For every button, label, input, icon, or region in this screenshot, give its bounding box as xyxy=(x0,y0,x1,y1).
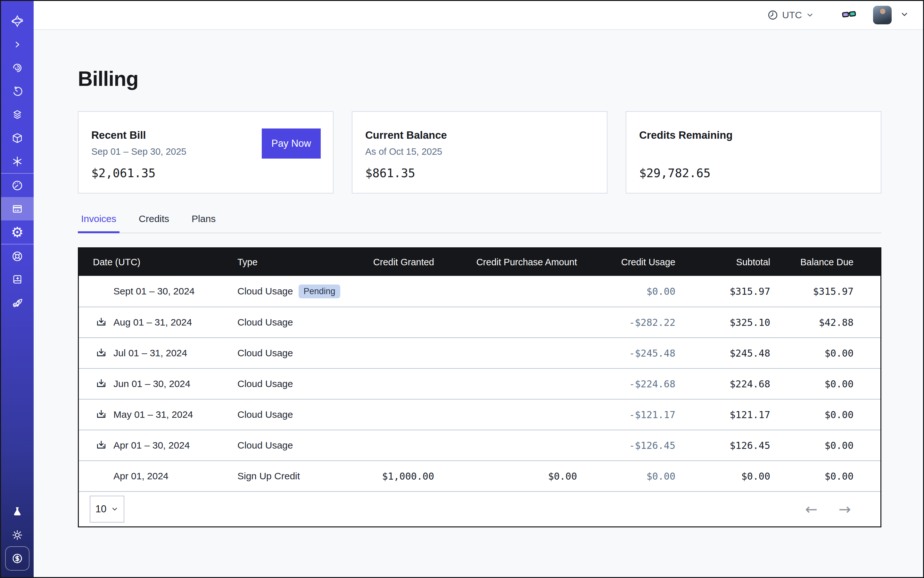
download-invoice-button[interactable] xyxy=(96,317,107,328)
timezone-selector[interactable]: UTC xyxy=(767,10,814,21)
sidebar-item-theme[interactable] xyxy=(1,523,34,547)
invoice-date: Jul 01 – 31, 2024 xyxy=(114,347,187,359)
credit-usage-value: -$245.48 xyxy=(577,347,676,359)
chevron-down-icon xyxy=(900,10,909,19)
sidebar-item-support[interactable] xyxy=(1,244,34,268)
app-logo xyxy=(1,9,34,32)
download-icon xyxy=(96,409,107,420)
balance-due-value: $0.00 xyxy=(770,378,854,390)
table-footer: 10 ← → xyxy=(79,491,880,526)
subtotal-value: $224.68 xyxy=(676,378,770,390)
subtotal-value: $126.45 xyxy=(676,440,770,451)
timezone-label: UTC xyxy=(782,10,802,21)
rocket-icon xyxy=(11,297,23,309)
invoice-type: Cloud Usage xyxy=(237,317,293,328)
invoice-type: Cloud Usage xyxy=(237,286,293,297)
glasses-icon xyxy=(842,9,856,20)
download-invoice-button[interactable] xyxy=(96,347,107,359)
page-size-value: 10 xyxy=(96,503,106,515)
pay-now-button[interactable]: Pay Now xyxy=(262,128,321,159)
table-header: Date (UTC) Type Credit Granted Credit Pu… xyxy=(79,248,880,276)
sidebar-item-credits[interactable] xyxy=(1,547,34,570)
subtotal-value: $0.00 xyxy=(676,471,770,482)
user-avatar[interactable] xyxy=(873,6,892,24)
download-icon xyxy=(96,440,107,451)
invoice-date: Sept 01 – 30, 2024 xyxy=(114,286,195,297)
sidebar-item-layers[interactable] xyxy=(1,103,34,126)
chevron-right-icon xyxy=(13,40,22,49)
table-body: Sept 01 – 30, 2024 Cloud Usage Pending $… xyxy=(79,276,880,491)
main-content: Billing Recent Bill Sep 01 – Sep 30, 202… xyxy=(34,30,923,577)
billing-card-icon xyxy=(11,203,23,215)
invoice-date: Apr 01, 2024 xyxy=(114,471,169,482)
prev-page-button[interactable]: ← xyxy=(805,502,818,516)
sidebar-item-timer[interactable] xyxy=(1,80,34,103)
card-amount: $29,782.65 xyxy=(639,166,868,180)
tab-credits[interactable]: Credits xyxy=(136,213,172,232)
lifebuoy-icon xyxy=(11,250,23,262)
card-title: Current Balance xyxy=(365,129,594,141)
col-date: Date (UTC) xyxy=(79,257,237,268)
download-invoice-button[interactable] xyxy=(96,440,107,451)
sidebar-item-billing[interactable] xyxy=(1,197,34,221)
col-credit-purchase: Credit Purchase Amount xyxy=(434,257,577,268)
subtotal-value: $315.97 xyxy=(676,286,770,297)
logo-icon xyxy=(11,15,24,28)
balance-due-value: $42.88 xyxy=(770,317,854,328)
sidebar-item-labs[interactable] xyxy=(1,500,34,523)
table-row: May 01 – 31, 2024 Cloud Usage -$121.17 $… xyxy=(79,399,880,430)
tab-plans[interactable]: Plans xyxy=(188,213,219,232)
next-page-button[interactable]: → xyxy=(838,502,851,516)
chevron-down-icon xyxy=(111,505,119,513)
current-balance-card: Current Balance As of Oct 15, 2025 $861.… xyxy=(352,111,607,193)
card-amount: $861.35 xyxy=(365,166,594,180)
invoice-date: May 01 – 31, 2024 xyxy=(114,409,193,420)
glasses-button[interactable] xyxy=(842,9,856,21)
table-row: Apr 01, 2024 Sign Up Credit $1,000.00 $0… xyxy=(79,460,880,491)
credit-usage-value: -$121.17 xyxy=(577,409,676,421)
sidebar-item-asterisk[interactable] xyxy=(1,149,34,173)
asterisk-icon xyxy=(12,156,23,167)
card-subtitle xyxy=(639,146,868,159)
invoices-table: Date (UTC) Type Credit Granted Credit Pu… xyxy=(78,247,882,528)
sidebar-item-docs[interactable] xyxy=(1,268,34,291)
book-sparkle-icon xyxy=(12,274,23,285)
download-icon xyxy=(96,317,107,328)
sidebar-item-launch[interactable] xyxy=(1,291,34,315)
tab-invoices[interactable]: Invoices xyxy=(78,213,120,232)
col-credit-usage: Credit Usage xyxy=(577,257,676,268)
balance-due-value: $0.00 xyxy=(770,347,854,359)
balance-due-value: $0.00 xyxy=(770,440,854,451)
balance-due-value: $0.00 xyxy=(770,409,854,421)
balance-due-value: $315.97 xyxy=(770,286,854,297)
topbar: UTC xyxy=(34,1,923,30)
credit-usage-value: $0.00 xyxy=(577,471,676,482)
table-row: Apr 01 – 30, 2024 Cloud Usage -$126.45 $… xyxy=(79,430,880,460)
app-window: ⚙ xyxy=(0,0,924,578)
sidebar-item-settings[interactable]: ⚙ xyxy=(1,221,34,244)
download-icon xyxy=(96,347,107,359)
page-title: Billing xyxy=(78,67,882,91)
sidebar-item-containers[interactable] xyxy=(1,126,34,149)
subtotal-value: $325.10 xyxy=(676,317,770,328)
invoice-type: Cloud Usage xyxy=(237,378,293,389)
credit-purchase-value: $0.00 xyxy=(434,471,577,482)
page-size-select[interactable]: 10 xyxy=(90,496,124,523)
table-row: Jul 01 – 31, 2024 Cloud Usage -$245.48 $… xyxy=(79,338,880,368)
layers-icon xyxy=(12,109,23,120)
table-row: Jun 01 – 30, 2024 Cloud Usage -$224.68 $… xyxy=(79,368,880,399)
sidebar-item-usage[interactable] xyxy=(1,174,34,197)
invoice-date: Jun 01 – 30, 2024 xyxy=(114,378,190,389)
col-subtotal: Subtotal xyxy=(676,257,770,268)
invoice-type: Sign Up Credit xyxy=(237,471,300,482)
download-invoice-button[interactable] xyxy=(96,409,107,421)
account-menu-button[interactable] xyxy=(900,10,909,20)
chevron-down-icon xyxy=(806,11,814,19)
cube-icon xyxy=(12,133,23,143)
col-credit-granted: Credit Granted xyxy=(365,257,434,268)
dollar-badge-icon xyxy=(11,552,24,565)
download-invoice-button[interactable] xyxy=(96,378,107,390)
sidebar-item-observability[interactable] xyxy=(1,56,34,80)
spiral-eye-icon xyxy=(12,62,23,73)
sidebar-item-collapse[interactable] xyxy=(1,32,34,56)
